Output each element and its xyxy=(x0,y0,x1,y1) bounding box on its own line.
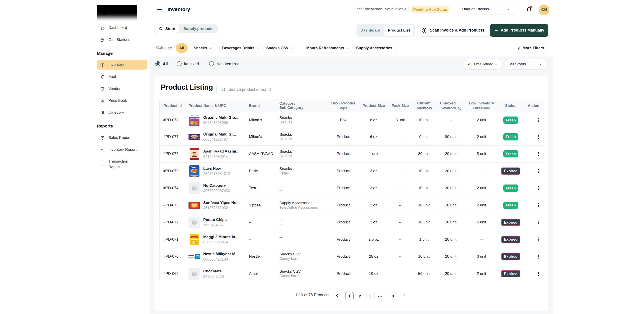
svg-text:Multi-Grain: Multi-Grain xyxy=(190,117,199,119)
svg-text:Original Multi-Grain: Original Multi-Grain xyxy=(189,138,200,139)
svg-text:milkybar: milkybar xyxy=(188,257,195,258)
svg-text:MILK: MILK xyxy=(196,255,199,256)
svg-text:MAGGI: MAGGI xyxy=(192,236,197,238)
svg-text:Crackers: Crackers xyxy=(190,115,198,117)
